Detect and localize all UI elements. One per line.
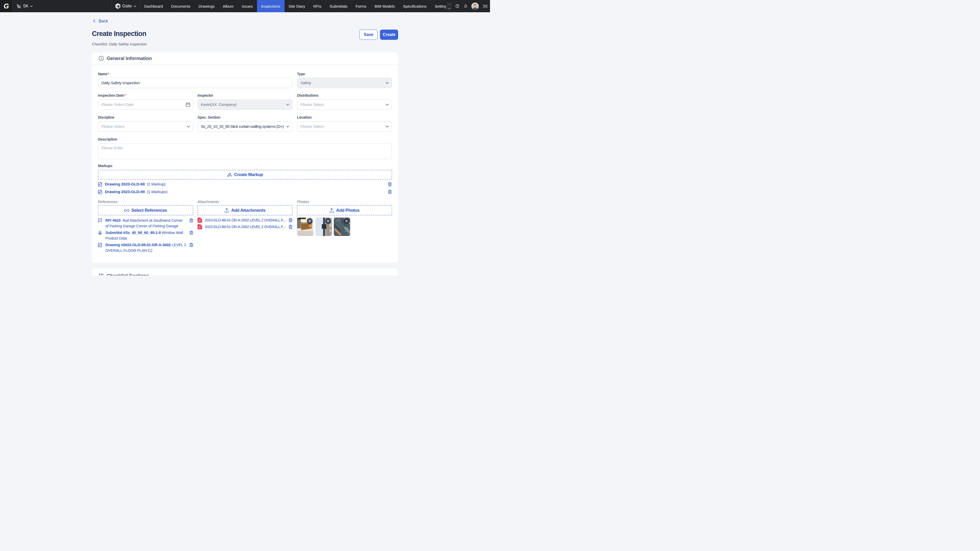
- svg-text:?: ?: [457, 5, 458, 7]
- svg-text:?: ?: [99, 219, 100, 221]
